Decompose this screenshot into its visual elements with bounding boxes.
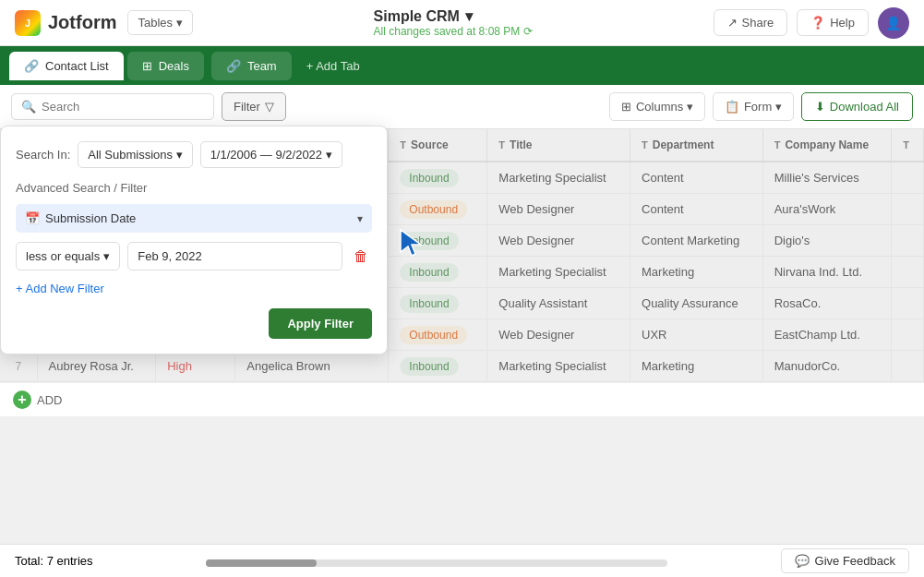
footer: Total: 7 entries 💬 Give Feedback bbox=[0, 544, 924, 577]
form-button[interactable]: 📋 Form ▾ bbox=[713, 92, 794, 121]
cell-company: ManudorCo. bbox=[762, 351, 892, 382]
cell-priority: High bbox=[156, 351, 235, 382]
filter-icon: ▽ bbox=[265, 100, 274, 114]
download-label: Download All bbox=[830, 100, 899, 114]
date-range-label: 1/1/2006 — 9/2/2022 ▾ bbox=[210, 148, 332, 162]
tables-button[interactable]: Tables ▾ bbox=[127, 10, 192, 35]
toolbar: 🔍 Filter ▽ Search In: All Submissions ▾ … bbox=[0, 85, 924, 129]
adv-filter-label: Advanced Search / Filter bbox=[16, 181, 372, 195]
cell-department: Content bbox=[630, 194, 763, 225]
nav-center: Simple CRM ▾ All changes saved at 8:08 P… bbox=[374, 7, 533, 38]
add-icon: + bbox=[13, 391, 31, 409]
cell-source: Outbound bbox=[389, 319, 487, 351]
logo-text: Jotform bbox=[48, 12, 116, 33]
tab-contact-label: Contact List bbox=[45, 59, 109, 73]
search-input[interactable] bbox=[42, 100, 204, 114]
tab-team-icon: 🔗 bbox=[226, 59, 241, 73]
condition-label: less or equals bbox=[26, 249, 100, 263]
cell-extra bbox=[892, 194, 924, 225]
feedback-button[interactable]: 💬 Give Feedback bbox=[781, 548, 909, 573]
field-chevron-icon: ▾ bbox=[357, 212, 363, 225]
cell-extra bbox=[892, 162, 924, 194]
top-nav: J Jotform Tables ▾ Simple CRM ▾ All chan… bbox=[0, 0, 924, 46]
cell-name: Aubrey Rosa Jr. bbox=[37, 351, 156, 382]
filter-button[interactable]: Filter ▽ bbox=[222, 92, 286, 121]
apply-filter-label: Apply Filter bbox=[287, 317, 354, 331]
calendar-icon: 📅 bbox=[25, 211, 40, 225]
search-icon: 🔍 bbox=[21, 100, 36, 114]
cell-source: Inbound bbox=[389, 288, 487, 319]
help-icon: ❓ bbox=[810, 16, 825, 30]
condition-select[interactable]: less or equals ▾ bbox=[16, 242, 120, 270]
cell-source: Inbound bbox=[389, 225, 487, 257]
tab-deals-label: Deals bbox=[159, 59, 189, 73]
tab-contact-icon: 🔗 bbox=[24, 59, 39, 73]
all-submissions-label: All Submissions ▾ bbox=[88, 148, 182, 162]
app-subtitle: All changes saved at 8:08 PM ⟳ bbox=[374, 25, 533, 38]
scrollbar-thumb[interactable] bbox=[206, 559, 317, 567]
col-source-label: Source bbox=[411, 138, 449, 151]
filter-label: Filter bbox=[234, 100, 260, 114]
scrollbar-track[interactable] bbox=[206, 559, 667, 567]
feedback-label: Give Feedback bbox=[815, 554, 895, 568]
columns-button[interactable]: ⊞ Columns ▾ bbox=[609, 92, 705, 121]
nav-right: ↗ Share ❓ Help 👤 bbox=[714, 7, 909, 39]
tab-team[interactable]: 🔗 Team bbox=[211, 52, 292, 80]
col-source-icon: T bbox=[400, 139, 406, 150]
add-tab-label: + Add Tab bbox=[306, 59, 360, 73]
col-dept-label: Department bbox=[653, 138, 714, 151]
avatar[interactable]: 👤 bbox=[878, 7, 909, 39]
delete-filter-button[interactable]: 🗑 bbox=[350, 245, 372, 269]
app-title: Simple CRM ▾ bbox=[374, 7, 533, 25]
add-new-filter-button[interactable]: + Add New Filter bbox=[16, 282, 372, 295]
tab-contact-list[interactable]: 🔗 Contact List bbox=[9, 52, 124, 80]
col-extra-icon: T bbox=[903, 139, 909, 150]
cell-extra bbox=[892, 351, 924, 382]
cell-department: UXR bbox=[630, 319, 763, 351]
filter-condition-row: less or equals ▾ 🗑 bbox=[16, 242, 372, 270]
search-in-label: Search In: bbox=[16, 148, 70, 162]
cell-department: Marketing bbox=[630, 257, 763, 288]
add-row-button[interactable]: + ADD bbox=[0, 382, 924, 416]
cell-extra bbox=[892, 319, 924, 351]
cell-source: Outbound bbox=[389, 194, 487, 225]
popup-footer: Apply Filter bbox=[16, 308, 372, 339]
col-title: TTitle bbox=[487, 129, 630, 162]
cell-extra bbox=[892, 257, 924, 288]
filter-field-row[interactable]: 📅 Submission Date ▾ bbox=[16, 204, 372, 233]
cell-title: Marketing Specialist bbox=[487, 257, 630, 288]
app-title-arrow: ▾ bbox=[465, 7, 473, 25]
col-dept-icon: T bbox=[642, 139, 648, 150]
help-label: Help bbox=[830, 16, 855, 30]
cell-company: Nirvana Ind. Ltd. bbox=[762, 257, 892, 288]
cell-title: Web Designer bbox=[487, 225, 630, 257]
download-button[interactable]: ⬇ Download All bbox=[801, 92, 913, 121]
help-button[interactable]: ❓ Help bbox=[797, 9, 869, 36]
date-range-select[interactable]: 1/1/2006 — 9/2/2022 ▾ bbox=[200, 141, 342, 168]
filter-popup: Search In: All Submissions ▾ 1/1/2006 — … bbox=[0, 126, 388, 355]
share-label: Share bbox=[742, 16, 774, 30]
filter-field-label: 📅 Submission Date bbox=[25, 211, 357, 225]
cell-extra bbox=[892, 225, 924, 257]
cell-title: Marketing Specialist bbox=[487, 162, 630, 194]
search-box[interactable]: 🔍 bbox=[11, 93, 214, 120]
condition-value-input[interactable] bbox=[127, 242, 342, 270]
cell-company: Aura'sWork bbox=[762, 194, 892, 225]
cell-department: Content Marketing bbox=[630, 225, 763, 257]
cell-source: Inbound bbox=[389, 257, 487, 288]
share-button[interactable]: ↗ Share bbox=[714, 9, 788, 36]
add-tab-button[interactable]: + Add Tab bbox=[295, 54, 371, 78]
col-extra: T bbox=[892, 129, 924, 162]
nav-left: J Jotform Tables ▾ bbox=[15, 10, 193, 36]
total-entries: Total: 7 entries bbox=[15, 554, 93, 568]
cell-assigned: Angelica Brown bbox=[235, 351, 389, 382]
columns-label: Columns ▾ bbox=[636, 100, 693, 114]
all-submissions-select[interactable]: All Submissions ▾ bbox=[78, 141, 192, 168]
cell-title: Quality Assistant bbox=[487, 288, 630, 319]
cell-title: Web Designer bbox=[487, 194, 630, 225]
col-department: TDepartment bbox=[630, 129, 763, 162]
apply-filter-button[interactable]: Apply Filter bbox=[269, 308, 372, 339]
cell-department: Quality Assurance bbox=[630, 288, 763, 319]
tables-label: Tables ▾ bbox=[138, 16, 182, 30]
tab-deals[interactable]: ⊞ Deals bbox=[127, 52, 204, 80]
